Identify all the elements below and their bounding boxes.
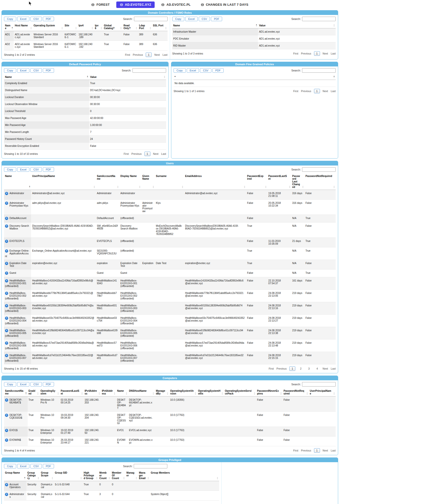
excel-button[interactable]: Excel bbox=[17, 464, 30, 468]
column-header-passwordnotrequired[interactable]: PasswordNotRequired▲▼ bbox=[283, 388, 309, 396]
column-header-password-last-changed[interactable]: Password Last Changed▲▼ bbox=[291, 173, 304, 190]
column-header-site[interactable]: Site▲▼ bbox=[64, 23, 78, 31]
expand-row-icon[interactable]: + bbox=[5, 414, 8, 417]
column-header-operatingsystemhotfix[interactable]: OperatingSystemHotfix▲▼ bbox=[197, 388, 224, 396]
expand-row-icon[interactable]: + bbox=[5, 317, 8, 320]
expand-row-icon[interactable]: + bbox=[5, 439, 8, 442]
column-header-ipv6[interactable]: Ipv6▲▼ bbox=[94, 23, 103, 31]
column-header-host-name[interactable]: Host Name▲▼ bbox=[14, 23, 32, 31]
column-header-userprincipalname[interactable]: UserPrincipalName▲▼ bbox=[31, 173, 96, 190]
csv-button[interactable]: CSV bbox=[200, 68, 211, 73]
pager-next-button[interactable]: Next bbox=[323, 90, 328, 93]
column-header-operatingsystemversion[interactable]: OperatingSystemVersion▲▼ bbox=[169, 388, 197, 396]
column-header-read-only[interactable]: Read Only?▲▼ bbox=[123, 23, 138, 31]
pager-last-button[interactable]: Last bbox=[161, 152, 166, 155]
search-input[interactable] bbox=[134, 464, 167, 468]
column-header-display-name[interactable]: Display Name▲▼ bbox=[120, 173, 141, 190]
column-header-given-name[interactable]: Given Name▲▼ bbox=[141, 173, 155, 190]
pdf-button[interactable]: PDF bbox=[212, 68, 224, 73]
column-header-group-category[interactable]: Group Category▲▼ bbox=[26, 470, 40, 481]
tab-ad-evotec-xyz[interactable]: AD.EVOTEC.XYZ bbox=[116, 1, 155, 8]
expand-row-icon[interactable]: + bbox=[5, 304, 8, 307]
csv-button[interactable]: CSV bbox=[30, 167, 42, 172]
column-header-samaccountname[interactable]: SamAccountName▲▼ bbox=[4, 388, 28, 396]
page-number-button[interactable]: 1 bbox=[314, 89, 320, 93]
copy-button[interactable]: Copy bbox=[4, 167, 16, 172]
column-header-passwordneverexpires[interactable]: PasswordNeverExpires▲▼ bbox=[256, 388, 283, 396]
pager-next-button[interactable]: Next bbox=[323, 52, 328, 55]
column-header-value[interactable]: Value▲▼ bbox=[89, 74, 166, 80]
column-header-operatingsystemservicepack[interactable]: OperatingSystemServicePack▲▼ bbox=[224, 388, 256, 396]
column-header-operatingsystem[interactable]: OperatingSystem▲▼ bbox=[40, 388, 60, 396]
pager-next-button[interactable]: Next bbox=[323, 449, 328, 452]
pdf-button[interactable]: PDF bbox=[43, 17, 54, 21]
column-header-high-privileged-group[interactable]: High Privileged Group▲▼ bbox=[83, 470, 98, 481]
pager-first-button[interactable]: First bbox=[125, 53, 130, 56]
expand-row-icon[interactable]: + bbox=[5, 398, 8, 402]
pager-last-button[interactable]: Last bbox=[331, 367, 336, 370]
column-header-ipv4address[interactable]: IPv4Address▲▼ bbox=[84, 388, 101, 396]
page-number-button[interactable]: 1 bbox=[144, 152, 150, 156]
copy-button[interactable]: Copy bbox=[4, 68, 16, 73]
column-header-name[interactable]: Name▲▼ bbox=[4, 173, 31, 190]
pager-first-button[interactable]: First bbox=[293, 52, 298, 55]
column-header-value[interactable]: Value▲▼ bbox=[258, 23, 336, 28]
column-header-name[interactable]: Name▲▼ bbox=[116, 388, 128, 396]
pager-first-button[interactable]: First bbox=[293, 449, 298, 452]
page-number-button[interactable]: 1 bbox=[314, 448, 320, 453]
column-header-emailaddress[interactable]: EmailAddress▲▼ bbox=[184, 173, 246, 190]
column-header-enabled[interactable]: Enabled▲▼ bbox=[28, 388, 40, 396]
column-header-passwordlastset[interactable]: PasswordLastSet▲▼ bbox=[60, 388, 84, 396]
column-header-col[interactable]: *▲▼ bbox=[174, 74, 336, 80]
excel-button[interactable]: Excel bbox=[185, 17, 198, 21]
pdf-button[interactable]: PDF bbox=[211, 17, 222, 21]
page-number-button[interactable]: 4 bbox=[314, 367, 320, 371]
expand-row-icon[interactable]: + bbox=[5, 240, 8, 243]
pdf-button[interactable]: PDF bbox=[43, 464, 54, 468]
column-header-operating-system[interactable]: Operating System▲▼ bbox=[33, 23, 64, 31]
column-header-ssl-port[interactable]: SSL Port▲▼ bbox=[152, 23, 167, 31]
pdf-button[interactable]: PDF bbox=[43, 382, 54, 387]
search-input[interactable] bbox=[132, 68, 166, 73]
search-input[interactable] bbox=[302, 68, 336, 73]
pager-last-button[interactable]: Last bbox=[331, 52, 336, 55]
pager-last-button[interactable]: Last bbox=[331, 449, 336, 452]
csv-button[interactable]: CSV bbox=[30, 68, 42, 73]
pager-last-button[interactable]: Last bbox=[163, 53, 168, 56]
column-header-userprincipalname[interactable]: UserPrincipalName▲▼ bbox=[309, 388, 336, 396]
excel-button[interactable]: Excel bbox=[17, 68, 30, 73]
page-number-button[interactable]: 3 bbox=[306, 367, 312, 371]
column-header-passwordnotrequired[interactable]: PasswordNotRequired▲▼ bbox=[305, 173, 336, 190]
pager-previous-button[interactable]: Previous bbox=[131, 152, 142, 155]
pager-previous-button[interactable]: Previous bbox=[301, 52, 311, 55]
column-header-group-scope[interactable]: Group Scope▲▼ bbox=[40, 470, 54, 481]
column-header-passwordlastset[interactable]: PasswordLastSet▲▼ bbox=[267, 173, 291, 190]
pager-previous-button[interactable]: Previous bbox=[276, 367, 287, 370]
pager-first-button[interactable]: First bbox=[293, 90, 298, 93]
expand-row-icon[interactable]: + bbox=[5, 224, 8, 228]
tab-forest[interactable]: FOREST bbox=[88, 1, 113, 8]
column-header-ldap-port[interactable]: Ldap Port▲▼ bbox=[138, 23, 152, 31]
expand-row-icon[interactable]: + bbox=[5, 354, 8, 357]
column-header-ipv4[interactable]: Ipv4▲▼ bbox=[77, 23, 94, 31]
pdf-button[interactable]: PDF bbox=[43, 68, 54, 73]
column-header-dnshostname[interactable]: DNSHostName▲▼ bbox=[128, 388, 155, 396]
search-input[interactable] bbox=[134, 17, 168, 21]
copy-button[interactable]: Copy bbox=[4, 382, 16, 387]
expand-row-icon[interactable]: + bbox=[5, 202, 8, 205]
page-number-button[interactable]: 1 bbox=[289, 366, 295, 371]
column-header-surname[interactable]: Surname▲▼ bbox=[155, 173, 184, 190]
expand-row-icon[interactable]: + bbox=[5, 341, 8, 345]
column-header-samaccountname[interactable]: SamAccountName▲▼ bbox=[96, 173, 120, 190]
pager-first-button[interactable]: First bbox=[269, 367, 274, 370]
csv-button[interactable]: CSV bbox=[199, 17, 210, 21]
pager-next-button[interactable]: Next bbox=[154, 53, 160, 56]
column-header-group-name[interactable]: Group Name▲▼ bbox=[4, 470, 26, 481]
page-number-button[interactable]: 2 bbox=[298, 367, 304, 371]
expand-row-icon[interactable]: + bbox=[5, 483, 8, 486]
expand-row-icon[interactable]: + bbox=[5, 249, 8, 253]
excel-button[interactable]: Excel bbox=[17, 382, 30, 387]
column-header-managedby[interactable]: ManagedBy▲▼ bbox=[155, 388, 169, 396]
expand-row-icon[interactable]: + bbox=[5, 262, 8, 265]
csv-button[interactable]: CSV bbox=[30, 382, 42, 387]
